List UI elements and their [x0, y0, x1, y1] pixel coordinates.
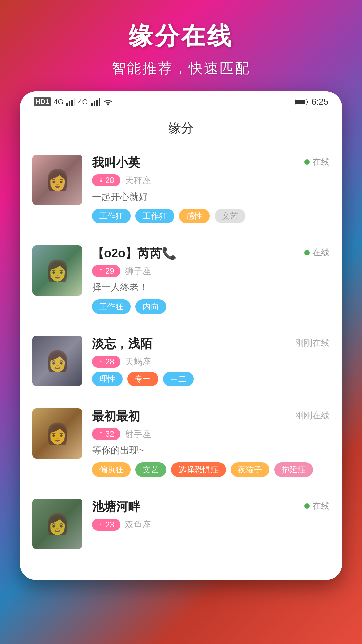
svg-rect-0 [66, 103, 68, 106]
gender-age-badge: ♀ 29 [92, 265, 120, 277]
signal-4g-1: 4G [54, 98, 63, 106]
age: 28 [105, 176, 114, 185]
user-meta: ♀ 29 狮子座 [92, 265, 330, 277]
gender-age-badge: ♀ 32 [92, 428, 120, 440]
zodiac: 天蝎座 [125, 356, 151, 368]
svg-rect-4 [91, 103, 93, 106]
tag: 文艺 [215, 209, 245, 223]
zodiac: 双鱼座 [125, 519, 151, 531]
gender-icon: ♀ [98, 357, 104, 366]
tags-row: 工作狂 工作狂 感性 文艺 [92, 209, 330, 223]
svg-rect-1 [69, 101, 70, 106]
tag: 理性 [92, 372, 123, 386]
gender-age-badge: ♀ 28 [92, 174, 120, 186]
user-meta: ♀ 28 天蝎座 [92, 356, 330, 368]
tag: 选择恐惧症 [171, 462, 226, 477]
user-info: 最初最初 ♀ 32 射手座 等你的出现~ 偏执狂 文艺 选择恐惧症 夜猫子 拖延… [82, 408, 330, 477]
tag: 拖延症 [274, 462, 313, 477]
user-card[interactable]: 👩 【o2o】芮芮📞 ♀ 29 狮子座 择一人终老！ 工作狂 内向 [20, 234, 342, 325]
tag: 工作狂 [92, 299, 131, 314]
avatar: 👩 [32, 499, 82, 549]
svg-rect-3 [74, 98, 75, 106]
user-name-row: 淡忘，浅陌 [92, 336, 330, 352]
user-info: 我叫小英 ♀ 28 天秤座 一起开心就好 工作狂 工作狂 感性 文艺 [82, 155, 330, 223]
user-name: 淡忘，浅陌 [92, 336, 152, 352]
tag: 专一 [127, 372, 158, 386]
user-meta: ♀ 32 射手座 [92, 428, 330, 440]
tag: 工作狂 [135, 209, 174, 223]
clock: 6:25 [311, 97, 328, 107]
user-name-row: 我叫小英 [92, 155, 330, 171]
online-text: 在线 [312, 500, 330, 512]
online-status: 在线 [304, 247, 330, 258]
svg-rect-11 [295, 100, 305, 104]
battery-icon [295, 98, 309, 106]
tags-row: 工作狂 内向 [92, 299, 330, 314]
user-meta: ♀ 28 天秤座 [92, 174, 330, 186]
user-list: 👩 我叫小英 ♀ 28 天秤座 一起开心就好 工作狂 工作狂 感性 [20, 144, 342, 580]
online-text: 在线 [312, 156, 330, 168]
avatar: 👩 [32, 155, 82, 205]
status-right: 6:25 [295, 97, 328, 107]
recently-online: 刚刚在线 [295, 337, 330, 349]
user-name-row: 【o2o】芮芮📞 [92, 245, 330, 262]
user-card[interactable]: 👩 我叫小英 ♀ 28 天秤座 一起开心就好 工作狂 工作狂 感性 [20, 144, 342, 234]
page-title: 缘分 [20, 120, 342, 137]
gender-age-badge: ♀ 28 [92, 356, 120, 368]
avatar: 👩 [32, 245, 82, 296]
app-subtitle: 智能推荐，快速匹配 [0, 59, 362, 78]
user-name-row: 池塘河畔 [92, 499, 330, 515]
gender-icon: ♀ [98, 176, 104, 185]
age: 29 [105, 266, 114, 276]
user-info: 淡忘，浅陌 ♀ 28 天蝎座 理性 专一 中二 [82, 336, 330, 386]
app-title: 缘分在线 [0, 20, 362, 52]
status-bar: HD1 4G 4G [20, 91, 342, 110]
svg-rect-2 [71, 100, 73, 106]
avatar: 👩 [32, 336, 82, 386]
gender-icon: ♀ [98, 266, 104, 276]
svg-point-8 [107, 104, 109, 105]
signal-4g-2: 4G [78, 98, 88, 106]
tag: 中二 [163, 372, 194, 386]
user-name: 池塘河畔 [92, 499, 140, 515]
hd-icon: HD1 [34, 97, 51, 106]
user-card[interactable]: 👩 淡忘，浅陌 ♀ 28 天蝎座 理性 专一 中二 [20, 325, 342, 397]
gender-age-badge: ♀ 23 [92, 519, 120, 531]
signal-bars-1 [66, 98, 75, 106]
tags-row: 理性 专一 中二 [92, 372, 330, 386]
user-info: 池塘河畔 ♀ 23 双鱼座 [82, 499, 330, 535]
user-name: 【o2o】芮芮📞 [92, 245, 177, 262]
user-bio: 等你的出现~ [92, 444, 330, 457]
gender-icon: ♀ [98, 520, 104, 529]
user-name-row: 最初最初 [92, 408, 330, 425]
tag: 感性 [179, 209, 210, 223]
age: 23 [105, 520, 114, 529]
phone-frame: HD1 4G 4G [20, 91, 342, 580]
svg-rect-5 [94, 101, 95, 106]
age: 28 [105, 357, 114, 366]
zodiac: 天秤座 [125, 175, 151, 186]
tag: 文艺 [135, 462, 166, 477]
signal-bars-2 [91, 98, 100, 106]
online-status: 在线 [304, 156, 330, 168]
user-bio: 一起开心就好 [92, 191, 330, 203]
user-card[interactable]: 👩 池塘河畔 ♀ 23 双鱼座 在线 [20, 488, 342, 560]
tag: 工作狂 [92, 209, 131, 223]
age: 32 [105, 429, 114, 439]
svg-rect-6 [96, 100, 98, 106]
zodiac: 狮子座 [125, 265, 151, 277]
online-status: 在线 [304, 500, 330, 512]
user-card[interactable]: 👩 最初最初 ♀ 32 射手座 等你的出现~ 偏执狂 文艺 选择恐惧症 [20, 397, 342, 488]
header-section: 缘分在线 智能推荐，快速匹配 [0, 0, 362, 91]
online-dot [304, 503, 310, 509]
tag: 内向 [135, 299, 166, 314]
gender-icon: ♀ [98, 429, 104, 439]
online-text: 在线 [312, 247, 330, 258]
user-info: 【o2o】芮芮📞 ♀ 29 狮子座 择一人终老！ 工作狂 内向 [82, 245, 330, 314]
status-left-icons: HD1 4G 4G [34, 97, 113, 106]
user-name: 我叫小英 [92, 155, 140, 171]
user-bio: 择一人终老！ [92, 281, 330, 294]
user-meta: ♀ 23 双鱼座 [92, 519, 330, 531]
zodiac: 射手座 [125, 428, 151, 440]
svg-rect-7 [99, 98, 100, 106]
